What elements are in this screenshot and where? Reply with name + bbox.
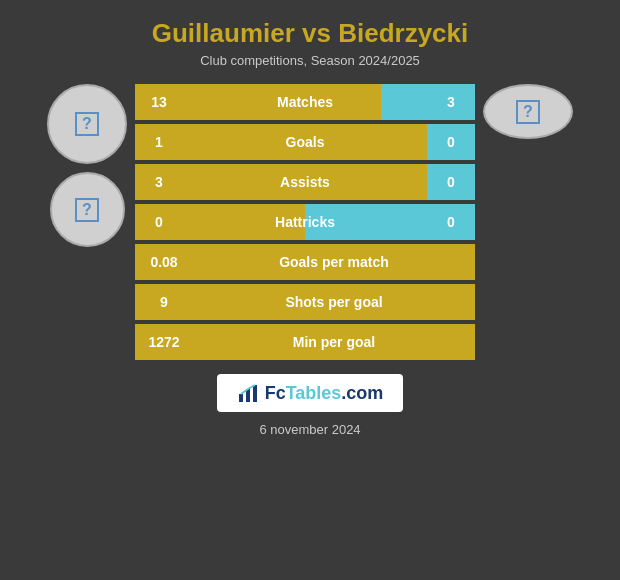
stat-min-per-goal-val: 1272: [135, 324, 193, 360]
stat-assists-label-area: Assists: [183, 164, 427, 200]
stat-row-assists: 3 Assists 0: [135, 164, 475, 200]
stat-assists-left-val: 3: [135, 164, 183, 200]
stats-container: 13 Matches 3 1 Goals 0 3: [135, 84, 475, 360]
stat-row-goals-per-match: 0.08 Goals per match: [135, 244, 475, 280]
svg-rect-0: [239, 394, 243, 402]
stat-min-per-goal-label-area: Min per goal: [193, 324, 475, 360]
left-avatar-bottom-icon: ?: [75, 198, 99, 222]
stat-goals-label: Goals: [183, 134, 427, 150]
stat-goals-per-match-label-area: Goals per match: [193, 244, 475, 280]
svg-rect-2: [253, 385, 257, 402]
right-avatar-top-icon: ?: [516, 100, 540, 124]
stat-hattricks-left-val: 0: [135, 204, 183, 240]
logo-chart-icon: [237, 382, 259, 404]
stat-matches-right-val: 3: [427, 84, 475, 120]
comparison-area: ? ? 13 Matches 3 1: [10, 84, 610, 360]
stat-row-hattricks: 0 Hattricks 0: [135, 204, 475, 240]
stat-goals-per-match-label: Goals per match: [279, 254, 389, 270]
page-wrapper: Guillaumier vs Biedrzycki Club competiti…: [0, 0, 620, 580]
stat-matches-left-val: 13: [135, 84, 183, 120]
right-avatar-top: ?: [483, 84, 573, 139]
footer-date: 6 november 2024: [259, 422, 360, 437]
stat-goals-label-area: Goals: [183, 124, 427, 160]
stat-goals-left-val: 1: [135, 124, 183, 160]
stat-goals-per-match-val: 0.08: [135, 244, 193, 280]
logo-text: FcTables.com: [265, 383, 384, 404]
stat-assists-label: Assists: [183, 174, 427, 190]
left-avatar-top-icon: ?: [75, 112, 99, 136]
stat-hattricks-label: Hattricks: [183, 214, 427, 230]
right-avatars: ?: [483, 84, 573, 139]
stat-hattricks-label-area: Hattricks: [183, 204, 427, 240]
stat-min-per-goal-label: Min per goal: [293, 334, 375, 350]
stat-shots-per-goal-label: Shots per goal: [285, 294, 382, 310]
stat-row-matches: 13 Matches 3: [135, 84, 475, 120]
stat-matches-label-area: Matches: [183, 84, 427, 120]
logo-area: FcTables.com: [217, 374, 404, 412]
left-avatar-top: ?: [47, 84, 127, 164]
stat-row-shots-per-goal: 9 Shots per goal: [135, 284, 475, 320]
stat-assists-right-val: 0: [427, 164, 475, 200]
page-title: Guillaumier vs Biedrzycki: [152, 18, 468, 49]
stat-row-goals: 1 Goals 0: [135, 124, 475, 160]
stat-row-min-per-goal: 1272 Min per goal: [135, 324, 475, 360]
stat-shots-per-goal-label-area: Shots per goal: [193, 284, 475, 320]
page-subtitle: Club competitions, Season 2024/2025: [200, 53, 420, 68]
left-avatars: ? ?: [47, 84, 127, 247]
stat-shots-per-goal-val: 9: [135, 284, 193, 320]
stat-goals-right-val: 0: [427, 124, 475, 160]
stat-matches-label: Matches: [183, 94, 427, 110]
left-avatar-bottom: ?: [50, 172, 125, 247]
stat-hattricks-right-val: 0: [427, 204, 475, 240]
